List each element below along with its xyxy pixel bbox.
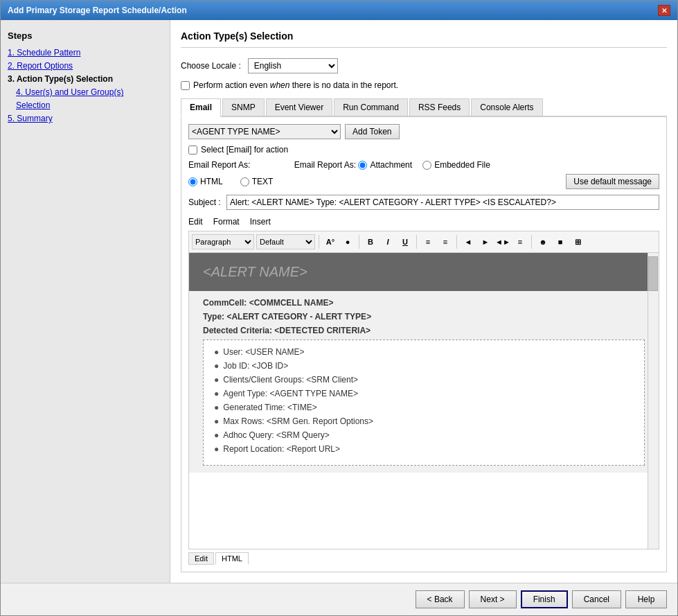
toolbar-separator-5 [531,235,532,249]
subject-label: Subject : [188,197,226,207]
menu-insert[interactable]: Insert [250,217,271,227]
html-text-row: HTML TEXT Use default message [188,174,659,189]
tab-email[interactable]: Email [181,98,221,117]
bullet-icon: ● [214,375,219,385]
editor-area[interactable]: <ALERT NAME> CommCell: <COMMCELL NAME> T… [188,252,659,549]
detail-max-rows: ● Max Rows: <SRM Gen. Report Options> [214,416,634,426]
title-bar: Add Primary Storage Report Schedule/Acti… [1,1,677,20]
toolbar-btn-indent-both[interactable]: ◄► [495,234,510,249]
use-default-button[interactable]: Use default message [566,174,659,189]
bullet-icon: ● [214,389,219,398]
locale-row: Choose Locale : English French German Ja… [181,58,667,73]
detail-clients: ● Clients/Client Groups: <SRM Client> [214,375,634,385]
paragraph-select[interactable]: Paragraph [192,234,254,249]
scrollbar-thumb[interactable] [648,256,658,291]
tab-snmp[interactable]: SNMP [222,98,265,116]
toolbar-btn-ol[interactable]: ≡ [438,234,453,249]
close-button[interactable]: ✕ [658,5,670,16]
toolbar-separator-3 [416,235,417,249]
main-panel: Action Type(s) Selection Choose Locale :… [170,20,677,583]
tab-rss-feeds[interactable]: RSS Feeds [409,98,470,116]
add-token-button[interactable]: Add Token [345,124,400,139]
tab-event-viewer[interactable]: Event Viewer [266,98,332,116]
window-title: Add Primary Storage Report Schedule/Acti… [8,6,187,15]
sidebar-item-user-selection-2[interactable]: Selection [8,100,163,110]
subject-row: Subject : [188,195,659,210]
locale-select[interactable]: English French German Japanese Spanish [248,58,338,73]
bullet-icon: ● [214,403,219,412]
email-report-label: Email Report As: [188,160,250,170]
detail-agent-type: ● Agent Type: <AGENT TYPE NAME> [214,389,634,398]
radio-text[interactable]: TEXT [240,177,274,186]
toolbar-btn-image[interactable]: ■ [553,234,568,249]
toolbar-btn-indent-left[interactable]: ◄ [461,234,476,249]
editor-content: <ALERT NAME> CommCell: <COMMCELL NAME> T… [189,253,659,473]
toolbar-btn-italic[interactable]: I [380,234,395,249]
perform-checkbox[interactable] [181,81,190,90]
back-button[interactable]: < Back [416,590,465,608]
sidebar-item-schedule-pattern[interactable]: 1. Schedule Pattern [8,48,163,58]
select-email-label: Select [Email] for action [201,145,288,155]
select-email-row: Select [Email] for action [188,145,659,155]
token-select[interactable]: <AGENT TYPE NAME> <ALERT NAME> <ALERT CA… [188,124,341,139]
html-text-options: HTML TEXT [188,177,283,186]
toolbar-btn-align[interactable]: ≡ [512,234,528,249]
radio-attachment[interactable]: Attachment [358,160,412,170]
toolbar-separator-1 [319,235,319,249]
detail-generated-time: ● Generated Time: <TIME> [214,403,634,412]
perform-row: Perform action even when there is no dat… [181,80,667,90]
help-button[interactable]: Help [625,590,667,608]
radio-embedded[interactable]: Embedded File [422,160,490,170]
editor-tab-html[interactable]: HTML [215,552,249,565]
bullet-icon: ● [214,416,219,426]
alert-name-banner: <ALERT NAME> [189,253,659,291]
bullet-icon: ● [214,430,219,440]
detail-jobid: ● Job ID: <JOB ID> [214,361,634,371]
toolbar-btn-ul[interactable]: ≡ [420,234,436,249]
finish-button[interactable]: Finish [521,590,568,608]
alert-details: ● User: <USER NAME> ● Job ID: <JOB ID> ●… [203,340,645,466]
detail-report-location: ● Report Location: <Report URL> [214,444,634,454]
toolbar-btn-indent-right[interactable]: ► [478,234,493,249]
bullet-icon: ● [214,347,219,357]
detected-line: Detected Criteria: <DETECTED CRITERIA> [203,326,645,335]
tabs-bar: Email SNMP Event Viewer Run Command RSS … [181,98,667,117]
menu-format[interactable]: Format [213,217,240,227]
select-email-checkbox[interactable] [188,146,197,155]
tab-console-alerts[interactable]: Console Alerts [471,98,542,116]
toolbar-btn-underline[interactable]: U [398,234,413,249]
bullet-icon: ● [214,444,219,454]
type-line: Type: <ALERT CATEGORY - ALERT TYPE> [203,312,645,322]
next-button[interactable]: Next > [469,590,517,608]
font-select[interactable]: Default [256,234,315,249]
subject-input[interactable] [226,195,659,210]
toolbar-btn-bold[interactable]: B [363,234,378,249]
sidebar: Steps 1. Schedule Pattern 2. Report Opti… [1,20,170,583]
content-area: Steps 1. Schedule Pattern 2. Report Opti… [1,20,677,583]
sidebar-title: Steps [8,30,163,41]
alert-name-text: <ALERT NAME> [203,264,307,280]
token-row: <AGENT TYPE NAME> <ALERT NAME> <ALERT CA… [188,124,659,139]
sidebar-item-action-type: 3. Action Type(s) Selection [8,74,163,84]
radio-html[interactable]: HTML [188,177,223,186]
toolbar-separator-4 [456,235,457,249]
tab-content-email: <AGENT TYPE NAME> <ALERT NAME> <ALERT CA… [181,117,667,572]
perform-text: Perform action even when there is no dat… [193,80,398,90]
tab-run-command[interactable]: Run Command [334,98,408,116]
toolbar-btn-font-size[interactable]: A° [323,234,338,249]
sidebar-item-user-selection-1[interactable]: 4. User(s) and User Group(s) [8,87,163,97]
detail-adhoc-query: ● Adhoc Query: <SRM Query> [214,430,634,440]
toolbar-btn-table[interactable]: ⊞ [570,234,585,249]
editor-tab-edit[interactable]: Edit [188,552,214,565]
toolbar-btn-emoji[interactable]: ☻ [535,234,551,249]
scrollbar-track[interactable] [648,253,659,549]
detail-user: ● User: <USER NAME> [214,347,634,357]
footer: < Back Next > Finish Cancel Help [1,583,677,615]
sidebar-item-summary[interactable]: 5. Summary [8,114,163,123]
sidebar-item-report-options[interactable]: 2. Report Options [8,61,163,71]
commcell-line: CommCell: <COMMCELL NAME> [203,298,645,308]
toolbar-btn-bullet-color[interactable]: ● [340,234,355,249]
editor-menu-bar: Edit Format Insert [188,215,659,228]
menu-edit[interactable]: Edit [188,217,203,227]
cancel-button[interactable]: Cancel [572,590,621,608]
